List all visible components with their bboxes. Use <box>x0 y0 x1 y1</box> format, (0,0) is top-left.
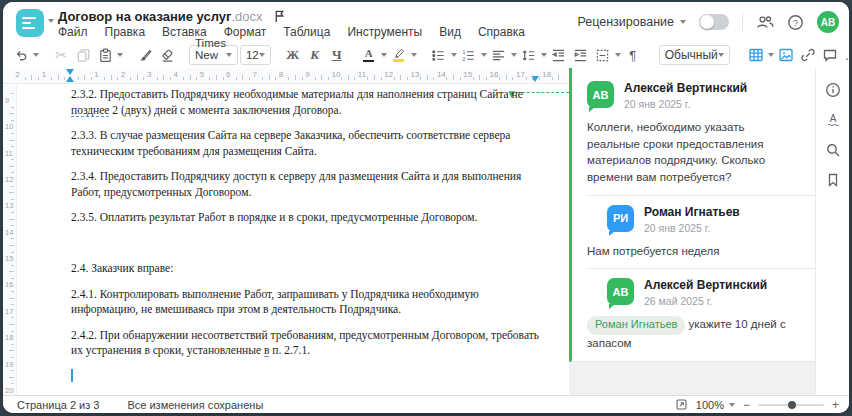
numbered-list-dropdown[interactable] <box>481 53 487 57</box>
user-avatar[interactable]: АВ <box>817 11 839 33</box>
underline-button[interactable]: Ч <box>327 44 347 66</box>
undo-button[interactable] <box>11 44 31 66</box>
paragraph[interactable]: 2.3.3. В случае размещения Сайта на серв… <box>71 128 536 159</box>
paragraph[interactable]: 2.4. Заказчик вправе: <box>71 261 536 277</box>
highlight-color-dropdown[interactable] <box>411 53 417 57</box>
comment-thread[interactable]: АВАлексей Вертинский20 янв 2025 г.Коллег… <box>569 68 821 362</box>
paragraph-settings-icon[interactable] <box>593 44 613 66</box>
ruler-tick <box>453 75 454 80</box>
copy-icon[interactable] <box>73 44 93 66</box>
mention-chip[interactable]: Роман Игнатьев <box>587 316 685 335</box>
spellcheck-icon[interactable]: А <box>825 112 841 128</box>
svg-text:?: ? <box>793 17 798 27</box>
save-status: Все изменения сохранены <box>127 399 263 411</box>
ruler-tick <box>209 77 210 80</box>
ruler-number: 2 <box>121 70 125 79</box>
paragraph[interactable] <box>71 236 536 252</box>
cut-icon[interactable]: ✂ <box>51 44 71 66</box>
bold-button[interactable]: Ж <box>283 44 303 66</box>
numbered-list-icon[interactable]: 12 <box>459 44 479 66</box>
undo-dropdown[interactable] <box>33 53 39 57</box>
ruler-tick <box>374 75 375 80</box>
format-painter-icon[interactable] <box>135 44 155 66</box>
fit-page-icon[interactable] <box>675 398 688 411</box>
line-spacing-dropdown[interactable] <box>541 53 547 57</box>
paragraph-style-select[interactable]: Обычный <box>659 45 730 65</box>
ruler-tick <box>348 75 349 80</box>
ruler-number: 9 <box>5 96 9 105</box>
menu-item-формат[interactable]: Формат <box>224 25 267 39</box>
bullet-list-dropdown[interactable] <box>451 53 457 57</box>
left-indent-marker[interactable] <box>66 76 74 82</box>
zoom-slider[interactable] <box>758 404 824 406</box>
line-spacing-icon[interactable] <box>519 44 539 66</box>
insert-image-icon[interactable] <box>776 44 796 66</box>
paste-dropdown[interactable] <box>117 53 123 57</box>
highlight-color-button[interactable] <box>389 44 409 66</box>
toolbar: ✂ Times New ... 12 Ж К Ч А <box>3 42 849 68</box>
menu-item-таблица[interactable]: Таблица <box>283 25 330 39</box>
zoom-in-button[interactable]: + <box>832 399 839 411</box>
italic-button[interactable]: К <box>305 44 325 66</box>
zoom-out-button[interactable]: − <box>743 399 750 411</box>
font-size-select[interactable]: 12 <box>240 45 271 65</box>
clear-format-eraser-icon[interactable] <box>157 44 177 66</box>
font-color-button[interactable]: А <box>359 44 379 66</box>
search-icon[interactable] <box>825 142 841 158</box>
document-page[interactable]: 2.3.2. Предоставить Подрядчику необходим… <box>17 85 569 395</box>
review-mode-dropdown[interactable]: Рецензирование <box>577 15 686 29</box>
comment-reply[interactable]: АВАлексей Вертинский26 май 2025 г.Роман … <box>572 269 821 361</box>
comment[interactable]: АВАлексей Вертинский20 янв 2025 г.Коллег… <box>572 72 821 195</box>
bookmark-icon[interactable] <box>825 172 841 188</box>
collaboration-icon[interactable] <box>756 14 774 30</box>
menu-item-инструменты[interactable]: Инструменты <box>347 25 422 39</box>
page-indicator[interactable]: Страница 2 из 3 <box>17 399 99 411</box>
flag-icon[interactable] <box>273 9 286 23</box>
review-toggle[interactable] <box>699 14 729 30</box>
paragraph-settings-dropdown[interactable] <box>615 53 621 57</box>
more-tools-icon[interactable]: … <box>842 44 849 66</box>
zoom-slider-knob[interactable] <box>788 401 796 409</box>
text-line: позднее 2 (двух) дней с момента заключен… <box>71 103 536 119</box>
info-icon[interactable] <box>825 82 841 98</box>
comment-icon[interactable] <box>820 44 840 66</box>
ruler-tick <box>9 192 14 193</box>
paste-icon[interactable] <box>95 44 115 66</box>
paragraph[interactable]: 2.3.2. Предоставить Подрядчику необходим… <box>71 87 536 118</box>
help-icon[interactable]: ? <box>787 14 804 31</box>
bullet-list-icon[interactable] <box>429 44 449 66</box>
font-family-select[interactable]: Times New ... <box>189 45 238 65</box>
font-color-dropdown[interactable] <box>381 53 387 57</box>
insert-table-icon[interactable] <box>746 44 766 66</box>
insert-table-dropdown[interactable] <box>768 53 774 57</box>
text-segment: 2.3.2. Предоставить Подрядчику необходим… <box>71 88 523 100</box>
increase-indent-icon[interactable] <box>571 44 591 66</box>
zoom-select[interactable]: 100% <box>696 399 735 411</box>
insert-link-icon[interactable] <box>798 44 818 66</box>
menu-item-файл[interactable]: Файл <box>58 25 88 39</box>
formatting-marks-icon[interactable]: ¶ <box>623 44 643 66</box>
ruler-tick <box>9 377 14 378</box>
ruler-number: 13 <box>5 201 13 210</box>
comment-text: Коллеги, необходимо указать реальные сро… <box>587 119 807 186</box>
comment-reply[interactable]: РИРоман Игнатьев20 янв 2025 г.Нам потреб… <box>572 196 821 269</box>
menu-item-вид[interactable]: Вид <box>439 25 461 39</box>
first-line-indent-marker[interactable] <box>66 69 74 75</box>
decrease-indent-icon[interactable] <box>549 44 569 66</box>
paragraph[interactable]: 2.4.1. Контролировать выполнение Работ, … <box>71 287 536 318</box>
paragraph[interactable]: 2.4.2. При обнаружении несоответствий тр… <box>71 328 536 359</box>
menu-item-справка[interactable]: Справка <box>478 25 525 39</box>
ruler-tick <box>11 304 14 305</box>
ruler-tick <box>9 350 14 351</box>
app-logo-menu-button[interactable] <box>16 9 44 37</box>
ruler-tick <box>341 77 342 80</box>
paragraph[interactable]: 2.3.5. Оплатить результат Работ в порядк… <box>71 210 536 226</box>
align-dropdown[interactable] <box>511 53 517 57</box>
chevron-down-icon[interactable] <box>48 19 54 23</box>
paragraph[interactable]: 2.3.4. Предоставить Подрядчику доступ к … <box>71 169 536 200</box>
paragraph[interactable] <box>71 369 536 385</box>
align-left-icon[interactable] <box>489 44 509 66</box>
menu-item-правка[interactable]: Правка <box>105 25 146 39</box>
text-segment: 2.4.1. Контролировать выполнение Работ, … <box>71 288 479 300</box>
ruler-tick <box>9 140 14 141</box>
